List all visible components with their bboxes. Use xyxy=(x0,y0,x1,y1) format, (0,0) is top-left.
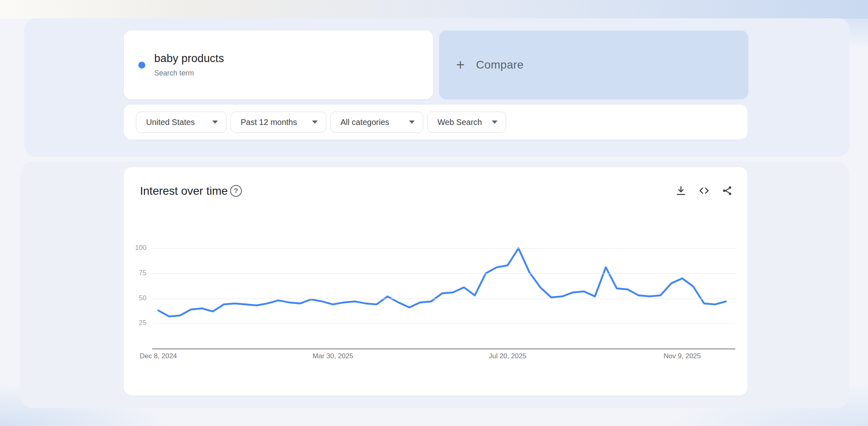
chevron-down-icon xyxy=(312,120,318,124)
chevron-down-icon xyxy=(409,120,415,124)
search-term-label: baby products xyxy=(154,52,224,65)
x-axis-label: Dec 8, 2024 xyxy=(140,352,177,360)
explore-controls-panel: baby products Search term + Compare Unit… xyxy=(24,18,849,157)
chevron-down-icon xyxy=(492,120,498,124)
gridline xyxy=(152,323,735,324)
trend-chart xyxy=(124,167,747,396)
search-term-card[interactable]: baby products Search term xyxy=(124,30,433,99)
geo-filter-label: United States xyxy=(146,118,195,127)
category-filter-dropdown[interactable]: All categories xyxy=(330,112,423,133)
x-axis-label: Jul 20, 2025 xyxy=(489,352,526,360)
compare-label: Compare xyxy=(476,58,523,71)
geo-filter-dropdown[interactable]: United States xyxy=(136,112,226,133)
y-axis-label: 50 xyxy=(124,294,146,302)
trend-line xyxy=(158,248,726,316)
search-type-filter-dropdown[interactable]: Web Search xyxy=(427,112,506,133)
chevron-down-icon xyxy=(212,120,218,124)
time-filter-label: Past 12 months xyxy=(241,118,297,127)
series-color-dot xyxy=(138,62,145,69)
time-filter-dropdown[interactable]: Past 12 months xyxy=(230,112,326,133)
x-axis-label: Nov 9, 2025 xyxy=(663,352,701,360)
compare-add-button[interactable]: + Compare xyxy=(439,30,748,99)
y-axis-label: 75 xyxy=(124,269,146,277)
gridline xyxy=(152,273,735,274)
results-panel: Interest over time ? xyxy=(20,161,849,408)
y-axis-label: 100 xyxy=(124,244,146,252)
interest-over-time-card: Interest over time ? xyxy=(124,167,747,396)
search-type-filter-label: Web Search xyxy=(437,118,482,127)
category-filter-label: All categories xyxy=(340,118,389,127)
page-top-gradient xyxy=(0,0,868,19)
gridline xyxy=(152,248,735,249)
plus-icon: + xyxy=(456,58,465,72)
gridline xyxy=(152,299,735,299)
y-axis-label: 25 xyxy=(124,319,146,327)
plot-area[interactable]: 255075100Dec 8, 2024Mar 30, 2025Jul 20, … xyxy=(124,167,747,396)
search-term-type: Search term xyxy=(154,69,224,77)
x-axis-label: Mar 30, 2025 xyxy=(312,352,353,360)
filter-bar: United States Past 12 months All categor… xyxy=(124,105,747,140)
